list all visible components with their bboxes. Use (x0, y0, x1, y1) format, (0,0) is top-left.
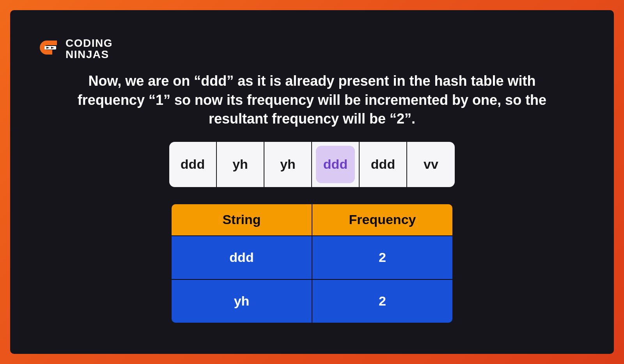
array-cell-value: yh (280, 157, 296, 172)
array-cell: yh (264, 142, 312, 187)
array-cell-value: ddd (181, 157, 205, 172)
ninja-icon (39, 38, 60, 59)
hash-table-body: ddd2yh2 (172, 235, 452, 323)
brand-logo: CODING NINJAS (39, 37, 113, 60)
brand-line-2: NINJAS (66, 49, 113, 60)
hash-table-cell-string: ddd (172, 235, 312, 279)
array-cell: ddd (360, 142, 407, 187)
array-cell: vv (407, 142, 455, 187)
array-cell-value: vv (424, 157, 438, 172)
hash-table-header-frequency: Frequency (312, 204, 452, 235)
array-cell-value: ddd (323, 157, 347, 172)
array-cell: ddd (169, 142, 217, 187)
hash-table-row: ddd2 (172, 235, 452, 279)
hash-table-cell-frequency: 2 (312, 279, 452, 323)
brand-text: CODING NINJAS (66, 37, 113, 60)
svg-rect-0 (44, 46, 56, 49)
array-cell-value: ddd (371, 157, 395, 172)
array-cell-value: yh (232, 157, 248, 172)
input-array: dddyhyhddddddvv (169, 142, 455, 187)
hash-table-header-row: String Frequency (172, 204, 452, 235)
slide-frame: CODING NINJAS Now, we are on “ddd” as it… (0, 0, 624, 364)
slide-description: Now, we are on “ddd” as it is already pr… (70, 72, 554, 129)
hash-table-cell-frequency: 2 (312, 235, 452, 279)
brand-line-1: CODING (66, 37, 113, 49)
hash-table-row: yh2 (172, 279, 452, 323)
hash-table-cell-string: yh (172, 279, 312, 323)
array-cell: ddd (312, 142, 360, 187)
hash-table-header-string: String (172, 204, 312, 235)
hash-table: String Frequency ddd2yh2 (172, 204, 452, 323)
slide: CODING NINJAS Now, we are on “ddd” as it… (10, 10, 614, 354)
array-cell: yh (217, 142, 264, 187)
